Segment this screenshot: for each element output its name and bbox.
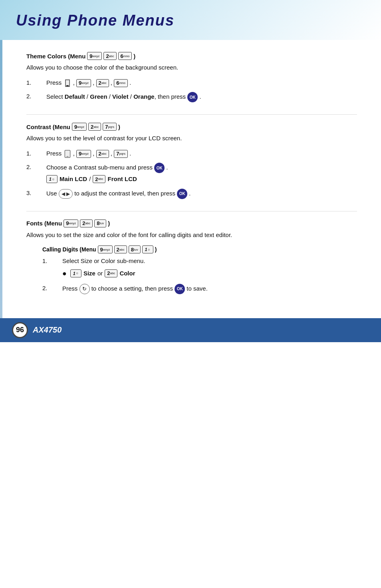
key-2abc-c2: 2abc: [93, 175, 105, 183]
key-9wxyz-2: 9wxyz: [72, 123, 87, 131]
nav-arrows-1: ◀ ▶: [59, 189, 73, 199]
footer: 96 AX4750: [0, 318, 381, 342]
ok-button-2: OK: [154, 163, 165, 173]
contrast-step-num-2: 2.: [26, 163, 46, 172]
calling-digits-close: ): [155, 246, 157, 253]
key-1star-cd2: 1☼: [70, 269, 81, 277]
fonts-label: Fonts (Menu: [26, 220, 62, 227]
key-6mno-1: 6mno: [118, 52, 132, 60]
cd-step-1-content: Select Size or Color sub-menu. ● 1☼ Size…: [62, 257, 357, 279]
option-default: Default: [65, 93, 85, 100]
theme-step-2: 2. Select Default / Green / Violet / Ora…: [26, 92, 357, 102]
theme-colors-steps: 1. Press , 9wxyz , 2abc , 6mno: [26, 78, 357, 103]
key-8tuv-f: 8tuv: [94, 219, 106, 227]
color-label: Color: [119, 269, 135, 278]
contrast-label: Contrast (Menu: [26, 124, 70, 130]
key-2abc-cd: 2abc: [114, 245, 127, 253]
calling-digits-heading: Calling Digits (Menu 9wxyz 2abc 8tuv 1☼ …: [42, 245, 357, 253]
theme-colors-close: ): [133, 53, 135, 60]
contrast-desc: Allows you to set the level of contrast …: [26, 134, 357, 143]
divider-2: [26, 211, 357, 211]
section-theme-colors: Theme Colors (Menu 9wxyz 2abc 6mno ) All…: [26, 52, 357, 102]
section-fonts: Fonts (Menu 9wxyz 2abc 8tuv ) Allows you…: [26, 219, 357, 294]
key-9wxyz-1: 9wxyz: [87, 52, 102, 60]
key-1star-c: 1☼: [46, 175, 58, 183]
ok-button-3: OK: [177, 189, 187, 199]
theme-colors-label: Theme Colors (Menu: [26, 53, 85, 60]
step-num-2: 2.: [26, 92, 46, 101]
contrast-step-3: 3. Use ◀ ▶ to adjust the contrast level,…: [26, 189, 357, 199]
key-7pqrs-c1: 7pqrs: [114, 150, 128, 158]
theme-colors-desc: Allows you to choose the color of the ba…: [26, 63, 357, 72]
phone-icon-2: [64, 150, 71, 158]
theme-step-1: 1. Press , 9wxyz , 2abc , 6mno: [26, 78, 357, 88]
key-9wxyz-f: 9wxyz: [64, 219, 78, 227]
contrast-step-2: 2. Choose a Contrast sub-menu and press …: [26, 163, 357, 184]
cd-step-num-2: 2.: [42, 284, 62, 293]
svg-rect-2: [66, 156, 68, 157]
nav-circle-1: ↻: [79, 284, 90, 294]
svg-rect-0: [66, 85, 68, 86]
contrast-step-2-content: Choose a Contrast sub-menu and press OK …: [46, 163, 357, 184]
page-number-badge: 96: [12, 322, 28, 338]
divider-1: [26, 114, 357, 115]
key-6mno-s1: 6mno: [114, 79, 128, 87]
bullet-1: ●: [62, 268, 67, 279]
key-9wxyz-s1: 9wxyz: [76, 79, 91, 87]
contrast-steps: 1. Press , 9wxyz , 2abc , 7pqrs .: [26, 149, 357, 199]
key-2abc-c1: 2abc: [96, 150, 109, 158]
cd-step-1: 1. Select Size or Color sub-menu. ● 1☼ S…: [42, 257, 357, 279]
contrast-heading: Contrast (Menu 9wxyz 2abc 7pqrs ): [26, 123, 357, 131]
slash-sep-1: /: [89, 175, 91, 184]
key-1star-cd: 1☼: [142, 245, 153, 253]
contrast-step-1-content: Press , 9wxyz , 2abc , 7pqrs .: [46, 149, 357, 158]
ok-button-1: OK: [187, 92, 198, 102]
cd-step-2: 2. Press ↻ to choose a setting, then pre…: [42, 284, 357, 294]
content-area: Theme Colors (Menu 9wxyz 2abc 6mno ) All…: [2, 40, 381, 318]
key-9wxyz-cd: 9wxyz: [98, 245, 113, 253]
contrast-step-num-1: 1.: [26, 149, 46, 158]
ok-button-4: OK: [175, 284, 185, 294]
or-sep: or: [97, 269, 103, 278]
key-2abc-f: 2abc: [80, 219, 93, 227]
main-lcd-label: Main LCD: [60, 175, 87, 184]
fonts-close: ): [108, 220, 110, 227]
page-title: Using Phone Menus: [16, 12, 365, 29]
option-green: Green: [90, 93, 107, 100]
step-num-1: 1.: [26, 78, 46, 88]
header: Using Phone Menus: [0, 0, 381, 40]
contrast-step-3-content: Use ◀ ▶ to adjust the contrast level, th…: [46, 189, 357, 199]
option-orange: Orange: [133, 93, 155, 100]
step-1-content: Press , 9wxyz , 2abc , 6mno .: [46, 78, 357, 88]
option-violet: Violet: [112, 93, 129, 100]
key-2abc-2: 2abc: [88, 123, 101, 131]
calling-digits-label: Calling Digits (Menu: [42, 246, 96, 253]
cd-step-2-content: Press ↻ to choose a setting, then press …: [62, 284, 357, 294]
key-8tuv-cd: 8tuv: [129, 245, 141, 253]
key-7pqrs-2: 7pqrs: [103, 123, 117, 131]
section-contrast: Contrast (Menu 9wxyz 2abc 7pqrs ) Allows…: [26, 123, 357, 199]
cd-step-num-1: 1.: [42, 257, 62, 266]
size-label: Size: [83, 269, 95, 278]
page-number: 96: [16, 326, 24, 334]
model-name: AX4750: [33, 325, 62, 335]
key-2abc-s1: 2abc: [96, 79, 109, 87]
contrast-close: ): [118, 124, 120, 130]
key-2abc-cd2: 2abc: [105, 269, 117, 277]
calling-digits-steps: 1. Select Size or Color sub-menu. ● 1☼ S…: [42, 257, 357, 294]
front-lcd-label: Front LCD: [107, 175, 137, 184]
fonts-heading: Fonts (Menu 9wxyz 2abc 8tuv ): [26, 219, 357, 227]
step-2-content: Select Default / Green / Violet / Orange…: [46, 92, 357, 102]
key-9wxyz-c1: 9wxyz: [76, 150, 91, 158]
fonts-desc: Allows you to set the size and color of …: [26, 231, 357, 240]
key-2abc-1: 2abc: [103, 52, 116, 60]
contrast-step-num-3: 3.: [26, 189, 46, 198]
phone-icon-1: [64, 79, 71, 87]
theme-colors-heading: Theme Colors (Menu 9wxyz 2abc 6mno ): [26, 52, 357, 60]
contrast-step-1: 1. Press , 9wxyz , 2abc , 7pqrs .: [26, 149, 357, 158]
sub-section-calling-digits: Calling Digits (Menu 9wxyz 2abc 8tuv 1☼ …: [42, 245, 357, 294]
